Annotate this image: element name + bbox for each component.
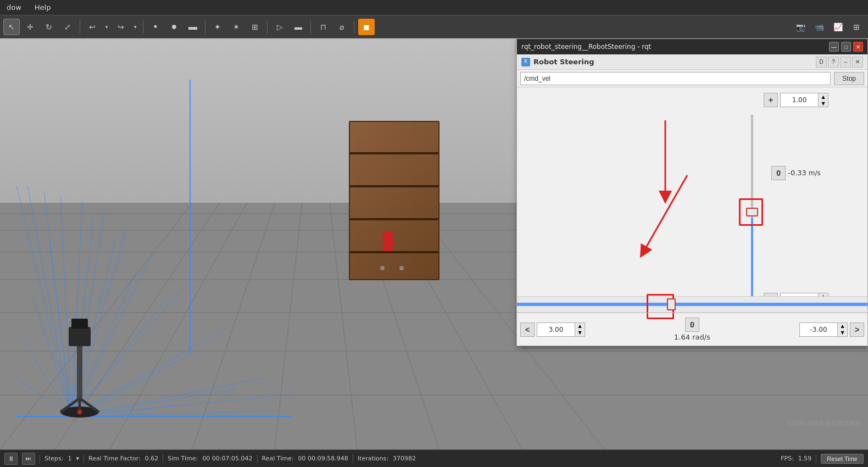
minimize-btn[interactable]: — bbox=[829, 42, 839, 52]
v-zero-btn[interactable]: 0 bbox=[771, 166, 786, 180]
steering-panel: rqt_robot_steering__RobotSteering - rqt … bbox=[516, 38, 868, 346]
h-left-spinner[interactable]: ▲ ▼ bbox=[575, 323, 585, 337]
h-right-spinner-up[interactable]: ▲ bbox=[838, 323, 847, 330]
watermark: CSDN @我先去打把游戏先 bbox=[788, 419, 861, 427]
angular-velocity-label: 1.64 rad/s bbox=[674, 333, 710, 341]
spotarea-btn[interactable]: ⊞ bbox=[247, 19, 263, 35]
angular-value: 1.64 bbox=[674, 333, 690, 341]
redo-dropdown-btn[interactable]: ▾ bbox=[131, 19, 139, 35]
h-right-spinner-down[interactable]: ▼ bbox=[838, 330, 847, 336]
status-sep3 bbox=[163, 454, 163, 463]
h-right-spinner[interactable]: ▲ ▼ bbox=[838, 323, 848, 337]
spinner-up[interactable]: ▲ bbox=[819, 93, 828, 100]
rotate-tool-btn[interactable]: ↻ bbox=[41, 19, 57, 35]
panel-close-btn[interactable]: ✕ bbox=[852, 57, 863, 68]
close-btn[interactable]: ✕ bbox=[853, 42, 863, 52]
cylinder-btn[interactable]: ▬ bbox=[185, 19, 201, 35]
menu-dow[interactable]: dow bbox=[0, 3, 28, 12]
real-time-value: 00 00:09:58.948 bbox=[298, 455, 348, 462]
pause-button[interactable]: ⏸ bbox=[4, 453, 18, 465]
sep2 bbox=[143, 20, 143, 34]
h-right-btn[interactable]: > bbox=[850, 323, 864, 337]
sep3 bbox=[205, 20, 205, 34]
redo-btn[interactable]: ↪ bbox=[113, 19, 129, 35]
sphere-btn[interactable]: ● bbox=[166, 19, 182, 35]
undo-btn[interactable]: ↩ bbox=[84, 19, 101, 35]
horizontal-slider-area bbox=[517, 296, 867, 313]
h-slider-thumb[interactable] bbox=[667, 298, 676, 310]
sep5 bbox=[310, 20, 311, 34]
real-time-label: Real Time: bbox=[262, 455, 294, 462]
record-btn[interactable]: 📹 bbox=[811, 19, 827, 35]
vertical-slider-track-area bbox=[747, 115, 758, 302]
robot-sensor bbox=[55, 310, 104, 422]
h-left-btn[interactable]: < bbox=[520, 323, 535, 337]
fps-label: FPS: bbox=[781, 455, 794, 462]
bottom-controls: < 3.00 ▲ ▼ 0 1.64 rad/s bbox=[517, 313, 867, 346]
steps-value: 1 bbox=[68, 455, 71, 462]
iterations-label: Iterations: bbox=[358, 455, 388, 462]
sep6 bbox=[354, 20, 354, 34]
svg-rect-47 bbox=[77, 343, 82, 398]
3d-viewport[interactable]: rqt_robot_steering__RobotSteering - rqt … bbox=[0, 38, 868, 449]
layout-btn[interactable]: ⊞ bbox=[848, 19, 865, 35]
select-tool-btn[interactable]: ↖ bbox=[3, 19, 20, 35]
move-tool-btn[interactable]: ✛ bbox=[22, 19, 38, 35]
iterations-value: 370982 bbox=[393, 455, 416, 462]
material-btn[interactable]: ◼ bbox=[358, 19, 375, 35]
panel-titlebar: rqt_robot_steering__RobotSteering - rqt … bbox=[517, 39, 867, 54]
mesh-btn[interactable]: ▷ bbox=[271, 19, 288, 35]
reset-time-btn[interactable]: Reset Time bbox=[821, 454, 864, 464]
v-track-fill bbox=[751, 218, 753, 302]
sun-btn[interactable]: ✦ bbox=[209, 19, 226, 35]
d-btn[interactable]: D bbox=[816, 57, 827, 68]
menu-help[interactable]: Help bbox=[28, 3, 58, 12]
svg-point-50 bbox=[77, 410, 82, 414]
spinner-down[interactable]: ▼ bbox=[819, 100, 828, 107]
chart-btn[interactable]: 📈 bbox=[830, 19, 846, 35]
sep4 bbox=[267, 20, 268, 34]
svg-rect-48 bbox=[69, 327, 91, 346]
topic-input[interactable] bbox=[520, 72, 831, 85]
maximize-btn[interactable]: □ bbox=[841, 42, 851, 52]
h-right-value-display: -3.00 bbox=[799, 323, 838, 337]
v-current-label: -0.33 bbox=[788, 169, 806, 177]
title-controls: — □ ✕ bbox=[829, 42, 863, 52]
plane-btn[interactable]: ▬ bbox=[290, 19, 307, 35]
steps-dropdown[interactable]: ▾ bbox=[76, 455, 79, 462]
v-max-spinner[interactable]: ▲ ▼ bbox=[819, 93, 828, 107]
stop-button[interactable]: Stop bbox=[834, 72, 864, 85]
v-plus-btn[interactable]: + bbox=[764, 93, 778, 107]
vertical-slider-container: + 1.00 ▲ ▼ 0 -0.33 bbox=[769, 93, 824, 307]
status-sep2 bbox=[84, 454, 84, 463]
h-track bbox=[517, 303, 867, 306]
undo-dropdown-btn[interactable]: ▾ bbox=[103, 19, 110, 35]
step-button[interactable]: ⏭ bbox=[22, 453, 35, 465]
h-left-value-display: 3.00 bbox=[537, 323, 575, 337]
pointlight-btn[interactable]: ✶ bbox=[228, 19, 244, 35]
h-center-btn[interactable]: 0 bbox=[685, 318, 699, 332]
v-slider-thumb[interactable] bbox=[746, 208, 758, 216]
status-sep5 bbox=[353, 454, 353, 463]
help-btn[interactable]: ? bbox=[828, 57, 839, 68]
scale-tool-btn[interactable]: ⤢ bbox=[59, 19, 76, 35]
loop-btn[interactable]: ⌀ bbox=[333, 19, 350, 35]
dash-btn[interactable]: – bbox=[840, 57, 851, 68]
anchor-btn[interactable]: ⊓ bbox=[315, 19, 331, 35]
screenshot-btn[interactable]: 📷 bbox=[792, 19, 809, 35]
menubar: dow Help bbox=[0, 0, 868, 15]
status-sep4 bbox=[257, 454, 258, 463]
status-sep6 bbox=[816, 454, 816, 463]
h-spinner-down[interactable]: ▼ bbox=[575, 330, 585, 336]
toolbar-right: 📷 📹 📈 ⊞ bbox=[792, 19, 865, 35]
box-btn[interactable]: ▪ bbox=[147, 19, 164, 35]
steps-label: Steps: bbox=[44, 455, 63, 462]
toolbar: ↖ ✛ ↻ ⤢ ↩ ▾ ↪ ▾ ▪ ● ▬ ✦ ✶ ⊞ ▷ ▬ ⊓ ⌀ ◼ 📷 … bbox=[0, 15, 868, 38]
fps-value: 1.59 bbox=[798, 455, 812, 462]
h-spinner-up[interactable]: ▲ bbox=[575, 323, 585, 330]
svg-line-52 bbox=[643, 175, 687, 252]
panel-header: R Robot Steering D ? – ✕ bbox=[517, 54, 867, 70]
panel-subtitle: Robot Steering bbox=[533, 58, 594, 66]
sim-time-value: 00 00:07:05.042 bbox=[202, 455, 252, 462]
main-area: rqt_robot_steering__RobotSteering - rqt … bbox=[0, 38, 868, 449]
